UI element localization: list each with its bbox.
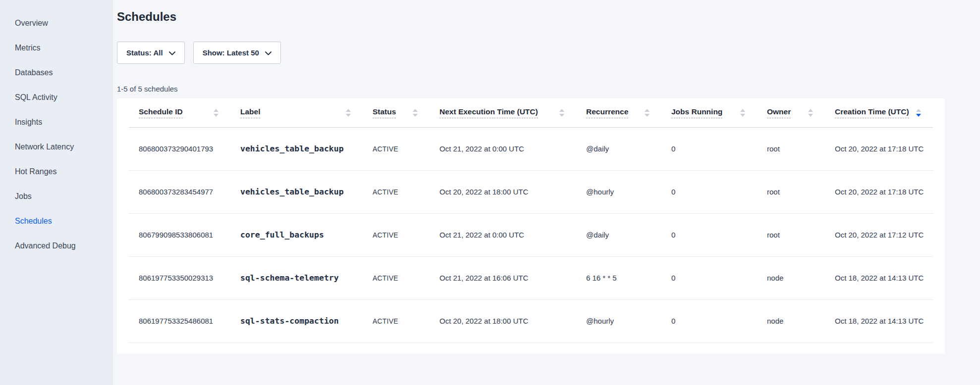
cell-recurrence: @hourly (576, 299, 661, 342)
table-row: 806197753350029313sql-schema-telemetryAC… (129, 256, 933, 299)
sidebar-item-network-latency[interactable]: Network Latency (0, 135, 113, 159)
sidebar-item-insights[interactable]: Insights (0, 110, 113, 135)
column-label: Creation Time (UTC) (835, 107, 909, 118)
cell-owner: node (757, 256, 825, 299)
cell-next_execution: Oct 21, 2022 at 0:00 UTC (430, 213, 576, 256)
cell-next_execution: Oct 21, 2022 at 16:06 UTC (430, 256, 576, 299)
cell-label: sql-schema-telemetry (230, 256, 363, 299)
cell-label: vehicles_table_backup (230, 170, 363, 213)
cell-owner: root (757, 170, 825, 213)
column-header-owner[interactable]: Owner (757, 98, 825, 127)
show-filter-label: Show: Latest 50 (203, 48, 259, 57)
column-label: Jobs Running (671, 107, 722, 118)
filters-bar: Status: All Show: Latest 50 (117, 42, 980, 64)
cell-owner: root (757, 213, 825, 256)
cell-creation_time: Oct 20, 2022 at 17:18 UTC (825, 127, 933, 170)
table-header-row: Schedule IDLabelStatusNext Execution Tim… (129, 98, 933, 127)
cell-recurrence: @daily (576, 127, 661, 170)
sort-arrows-icon[interactable] (346, 109, 351, 117)
sort-arrows-icon[interactable] (214, 109, 218, 117)
column-label: Recurrence (586, 107, 628, 118)
results-count: 1-5 of 5 schedules (117, 85, 980, 93)
cell-status: ACTIVE (363, 213, 430, 256)
column-header-label[interactable]: Label (230, 98, 363, 127)
schedules-table-card: Schedule IDLabelStatusNext Execution Tim… (117, 98, 945, 354)
cell-status: ACTIVE (363, 127, 430, 170)
column-label: Label (240, 107, 260, 118)
sort-arrows-icon[interactable] (808, 109, 813, 117)
cell-schedule_id: 806197753325486081 (129, 299, 230, 342)
sort-arrows-icon[interactable] (740, 109, 745, 117)
show-filter-dropdown[interactable]: Show: Latest 50 (193, 42, 281, 64)
cell-schedule_id: 806197753350029313 (129, 256, 230, 299)
status-filter-label: Status: All (126, 48, 163, 57)
table-row: 806800373283454977vehicles_table_backupA… (129, 170, 933, 213)
cell-jobs_running: 0 (661, 256, 757, 299)
cell-label: core_full_backups (230, 213, 363, 256)
column-label: Schedule ID (139, 107, 183, 118)
column-header-recurrence[interactable]: Recurrence (576, 98, 661, 127)
column-header-next-execution-time-utc[interactable]: Next Execution Time (UTC) (430, 98, 576, 127)
cell-schedule_id: 806800373283454977 (129, 170, 230, 213)
cell-schedule_id: 806800373290401793 (129, 127, 230, 170)
status-filter-dropdown[interactable]: Status: All (117, 42, 185, 64)
cell-recurrence: @daily (576, 213, 661, 256)
sidebar-item-hot-ranges[interactable]: Hot Ranges (0, 159, 113, 184)
sidebar-item-advanced-debug[interactable]: Advanced Debug (0, 234, 113, 258)
cell-label: vehicles_table_backup (230, 127, 363, 170)
sort-arrows-icon[interactable] (916, 109, 921, 117)
cell-jobs_running: 0 (661, 170, 757, 213)
cell-next_execution: Oct 20, 2022 at 18:00 UTC (430, 170, 576, 213)
chevron-down-icon (265, 51, 272, 55)
column-header-status[interactable]: Status (363, 98, 430, 127)
cell-status: ACTIVE (363, 170, 430, 213)
column-label: Status (373, 107, 396, 118)
cell-recurrence: 6 16 * * 5 (576, 256, 661, 299)
sidebar-item-sql-activity[interactable]: SQL Activity (0, 85, 113, 110)
cell-jobs_running: 0 (661, 213, 757, 256)
sidebar-nav: OverviewMetricsDatabasesSQL ActivityInsi… (0, 11, 113, 258)
cell-creation_time: Oct 18, 2022 at 14:13 UTC (825, 256, 933, 299)
cell-owner: root (757, 127, 825, 170)
main-content: Schedules Status: All Show: Latest 50 1-… (113, 0, 980, 385)
column-label: Next Execution Time (UTC) (439, 107, 538, 118)
schedules-table: Schedule IDLabelStatusNext Execution Tim… (129, 98, 933, 343)
column-header-schedule-id[interactable]: Schedule ID (129, 98, 230, 127)
chevron-down-icon (169, 51, 175, 55)
cell-creation_time: Oct 18, 2022 at 14:13 UTC (825, 299, 933, 342)
sort-arrows-icon[interactable] (413, 109, 418, 117)
cell-label: sql-stats-compaction (230, 299, 363, 342)
page-title: Schedules (117, 10, 980, 24)
table-row: 806197753325486081sql-stats-compactionAC… (129, 299, 933, 342)
column-label: Owner (767, 107, 791, 118)
cell-creation_time: Oct 20, 2022 at 17:12 UTC (825, 213, 933, 256)
sidebar-item-databases[interactable]: Databases (0, 60, 113, 85)
sidebar-item-metrics[interactable]: Metrics (0, 36, 113, 60)
cell-status: ACTIVE (363, 256, 430, 299)
sidebar-item-jobs[interactable]: Jobs (0, 184, 113, 209)
cell-next_execution: Oct 21, 2022 at 0:00 UTC (430, 127, 576, 170)
cell-creation_time: Oct 20, 2022 at 17:18 UTC (825, 170, 933, 213)
cell-jobs_running: 0 (661, 299, 757, 342)
sort-arrows-icon[interactable] (645, 109, 650, 117)
sort-arrows-icon[interactable] (559, 109, 564, 117)
cell-owner: node (757, 299, 825, 342)
cell-schedule_id: 806799098533806081 (129, 213, 230, 256)
column-header-jobs-running[interactable]: Jobs Running (661, 98, 757, 127)
table-body: 806800373290401793vehicles_table_backupA… (129, 127, 933, 342)
column-header-creation-time-utc[interactable]: Creation Time (UTC) (825, 98, 933, 127)
cell-recurrence: @hourly (576, 170, 661, 213)
cell-jobs_running: 0 (661, 127, 757, 170)
sidebar-item-schedules[interactable]: Schedules (0, 209, 113, 234)
table-row: 806799098533806081core_full_backupsACTIV… (129, 213, 933, 256)
table-row: 806800373290401793vehicles_table_backupA… (129, 127, 933, 170)
sidebar: OverviewMetricsDatabasesSQL ActivityInsi… (0, 0, 113, 385)
cell-status: ACTIVE (363, 299, 430, 342)
sidebar-item-overview[interactable]: Overview (0, 11, 113, 36)
cell-next_execution: Oct 20, 2022 at 18:00 UTC (430, 299, 576, 342)
